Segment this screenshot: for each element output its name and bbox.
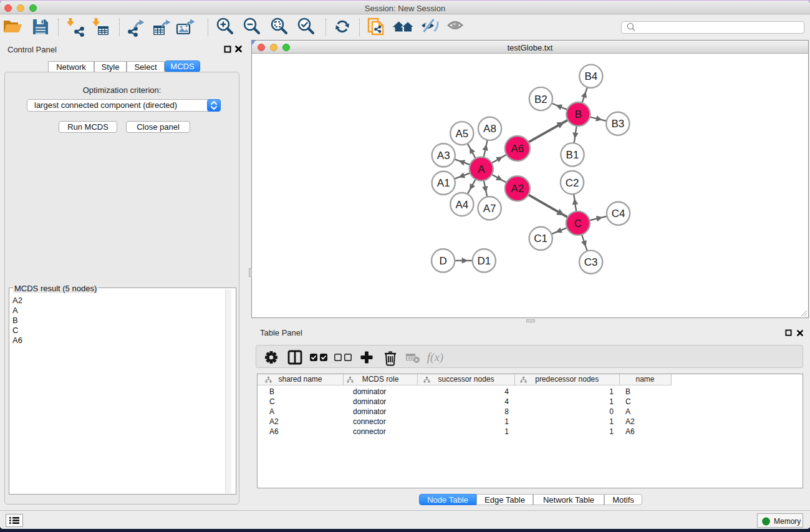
- svg-text:A8: A8: [483, 123, 496, 135]
- svg-text:A6: A6: [511, 143, 524, 155]
- svg-text:B3: B3: [611, 118, 624, 130]
- svg-text:A1: A1: [437, 177, 450, 189]
- svg-text:f(x): f(x): [427, 351, 443, 364]
- svg-text:C1: C1: [534, 233, 547, 244]
- svg-text:A3: A3: [437, 150, 450, 162]
- svg-text:B2: B2: [534, 94, 547, 105]
- svg-text:D1: D1: [477, 255, 491, 267]
- svg-text:A5: A5: [455, 128, 468, 140]
- svg-text:C: C: [574, 218, 582, 230]
- svg-text:A7: A7: [483, 203, 496, 215]
- svg-text:B1: B1: [566, 149, 579, 161]
- svg-text:B: B: [575, 109, 582, 120]
- svg-text:D: D: [439, 255, 446, 267]
- svg-text:B4: B4: [584, 70, 597, 82]
- svg-text:C2: C2: [566, 177, 579, 189]
- svg-text:A4: A4: [455, 199, 468, 211]
- svg-text:C4: C4: [612, 208, 625, 220]
- svg-text:A: A: [478, 163, 485, 175]
- svg-text:C3: C3: [584, 256, 598, 268]
- svg-text:A2: A2: [511, 183, 524, 195]
